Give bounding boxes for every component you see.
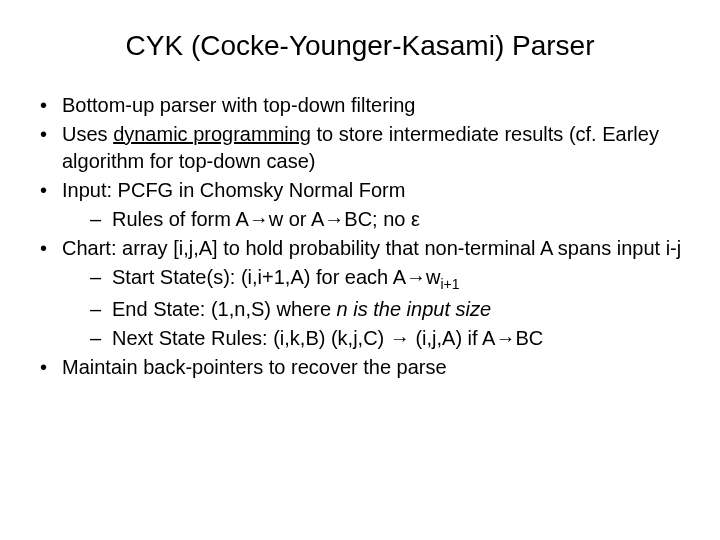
bullet-text: Bottom-up parser with top-down filtering — [62, 94, 416, 116]
sub-bullet-text: Next State Rules: (i,k,B) (k,j,C) → (i,j… — [112, 327, 543, 349]
sub-bullet-text: End State: (1,n,S) where — [112, 298, 337, 320]
bullet-text: Input: PCFG in Chomsky Normal Form — [62, 179, 405, 201]
bullet-item: Uses dynamic programming to store interm… — [40, 121, 690, 175]
sub-bullet-list: Start State(s): (i,i+1,A) for each A→wi+… — [62, 264, 690, 352]
sub-bullet-item: Next State Rules: (i,k,B) (k,j,C) → (i,j… — [90, 325, 690, 352]
sub-bullet-item: Start State(s): (i,i+1,A) for each A→wi+… — [90, 264, 690, 294]
subscript: i+1 — [440, 276, 459, 292]
sub-bullet-item: End State: (1,n,S) where n is the input … — [90, 296, 690, 323]
italic-text: n is the input size — [337, 298, 492, 320]
slide: CYK (Cocke-Younger-Kasami) Parser Bottom… — [0, 0, 720, 540]
sub-bullet-list: Rules of form A→w or A→BC; no ε — [62, 206, 690, 233]
sub-bullet-item: Rules of form A→w or A→BC; no ε — [90, 206, 690, 233]
bullet-text: Uses — [62, 123, 113, 145]
bullet-item: Maintain back-pointers to recover the pa… — [40, 354, 690, 381]
slide-title: CYK (Cocke-Younger-Kasami) Parser — [30, 30, 690, 62]
bullet-text: Maintain back-pointers to recover the pa… — [62, 356, 447, 378]
bullet-item: Chart: array [i,j,A] to hold probability… — [40, 235, 690, 352]
bullet-list: Bottom-up parser with top-down filtering… — [30, 92, 690, 381]
bullet-text: Chart: array [i,j,A] to hold probability… — [62, 237, 681, 259]
underlined-text: dynamic programming — [113, 123, 311, 145]
sub-bullet-text: Start State(s): (i,i+1,A) for each A→w — [112, 266, 440, 288]
sub-bullet-text: Rules of form A→w or A→BC; no ε — [112, 208, 420, 230]
bullet-item: Bottom-up parser with top-down filtering — [40, 92, 690, 119]
bullet-item: Input: PCFG in Chomsky Normal Form Rules… — [40, 177, 690, 233]
